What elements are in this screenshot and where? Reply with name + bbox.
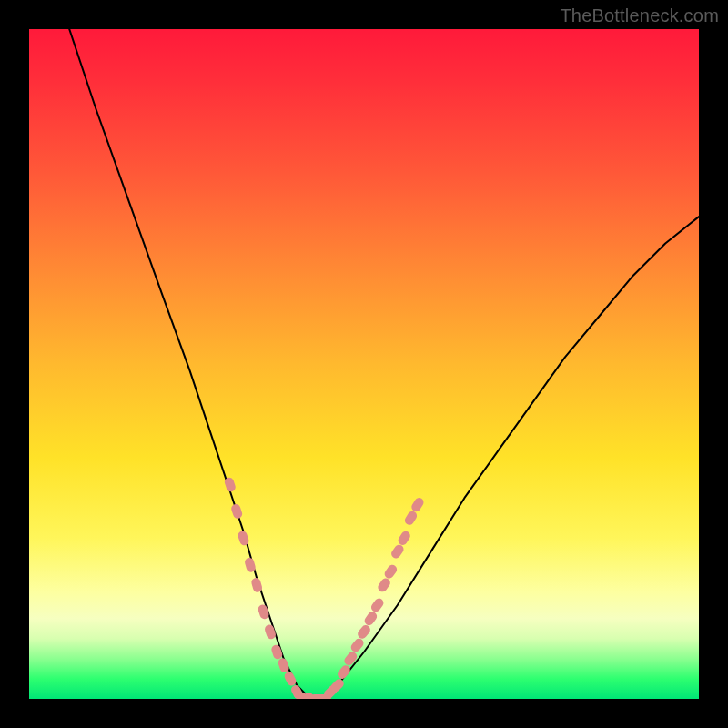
marker-pill bbox=[383, 563, 399, 581]
marker-pill bbox=[230, 503, 244, 520]
marker-pill bbox=[257, 603, 270, 620]
marker-pill bbox=[389, 543, 405, 561]
marker-pill bbox=[397, 530, 412, 547]
chart-frame: TheBottleneck.com bbox=[0, 0, 728, 728]
watermark-text: TheBottleneck.com bbox=[560, 5, 719, 26]
marker-pill bbox=[237, 530, 250, 546]
marker-pill bbox=[270, 643, 284, 660]
marker-pill bbox=[264, 623, 278, 640]
marker-pill bbox=[356, 623, 372, 641]
marker-pill bbox=[349, 637, 366, 654]
highlighted-points bbox=[224, 476, 426, 699]
marker-pill bbox=[410, 496, 425, 513]
marker-pill bbox=[376, 576, 391, 593]
bottleneck-curve bbox=[69, 29, 699, 699]
marker-pill bbox=[363, 610, 379, 627]
marker-pill bbox=[336, 663, 352, 681]
marker-pill bbox=[403, 510, 419, 527]
marker-pill bbox=[369, 597, 385, 614]
marker-pill bbox=[277, 657, 290, 673]
marker-pill bbox=[342, 650, 359, 667]
plot-area bbox=[29, 29, 699, 699]
chart-svg bbox=[29, 29, 699, 699]
marker-pill bbox=[283, 671, 298, 688]
